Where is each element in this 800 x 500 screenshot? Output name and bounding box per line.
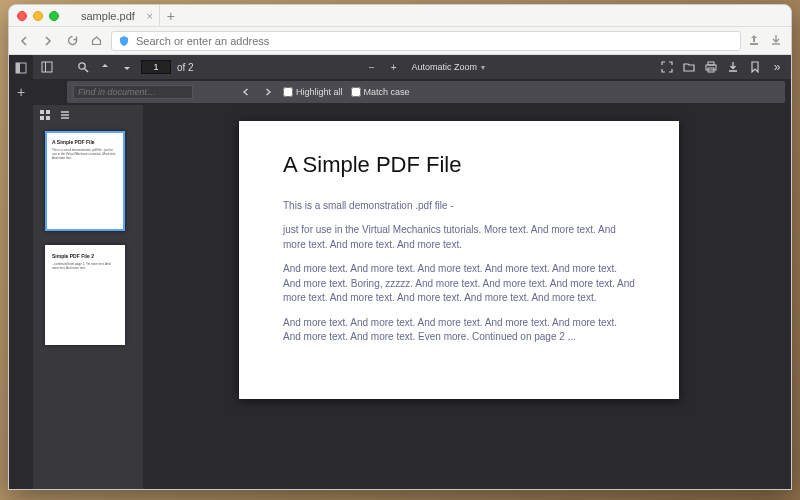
browser-window: sample.pdf × + xyxy=(8,4,792,490)
highlight-all-checkbox[interactable]: Highlight all xyxy=(283,87,343,97)
sidebar-tabs xyxy=(33,105,143,125)
thumbnails-tab-icon[interactable] xyxy=(39,109,51,121)
match-case-checkbox[interactable]: Match case xyxy=(351,87,410,97)
svg-point-4 xyxy=(79,63,85,69)
downloads-icon[interactable] xyxy=(769,33,785,49)
thumbnail-2-title: Simple PDF File 2 xyxy=(52,253,118,259)
open-file-button[interactable] xyxy=(681,59,697,75)
sidebar-toggle-icon[interactable] xyxy=(14,61,28,75)
match-case-label: Match case xyxy=(364,87,410,97)
thumbnail-1-title: A Simple PDF File xyxy=(52,139,118,145)
svg-rect-9 xyxy=(40,110,44,114)
paragraph-1: This is a small demonstration .pdf file … xyxy=(283,199,635,214)
reload-button[interactable] xyxy=(63,32,81,50)
pdf-viewer: of 2 − + Automatic Zoom ▾ xyxy=(33,55,791,489)
thumbnail-page-2[interactable]: Simple PDF File 2 ...continued from page… xyxy=(45,245,125,345)
scrollbar-track[interactable] xyxy=(775,105,791,489)
minimize-window-button[interactable] xyxy=(33,11,43,21)
address-input[interactable] xyxy=(136,35,734,47)
thumbnail-1-snippet: This is a small demonstration .pdf file … xyxy=(52,148,116,160)
zoom-select[interactable]: Automatic Zoom ▾ xyxy=(408,62,490,72)
content-area: + of 2 − + xyxy=(9,55,791,489)
address-bar[interactable] xyxy=(111,31,741,51)
page-number-input[interactable] xyxy=(141,60,171,74)
zoom-out-button[interactable]: − xyxy=(364,59,380,75)
browser-tab[interactable]: sample.pdf × xyxy=(73,5,160,27)
thumbnail-list: A Simple PDF File This is a small demons… xyxy=(33,125,143,489)
zoom-in-button[interactable]: + xyxy=(386,59,402,75)
svg-rect-10 xyxy=(46,110,50,114)
address-bar-row xyxy=(9,27,791,55)
svg-rect-1 xyxy=(16,63,20,73)
svg-rect-11 xyxy=(40,116,44,120)
page-total-label: of 2 xyxy=(177,62,194,73)
highlight-all-label: Highlight all xyxy=(296,87,343,97)
close-window-button[interactable] xyxy=(17,11,27,21)
window-controls xyxy=(17,11,59,21)
site-identity-icon xyxy=(118,35,130,47)
chevron-down-icon: ▾ xyxy=(481,63,485,72)
find-button[interactable] xyxy=(75,59,91,75)
find-input[interactable] xyxy=(73,85,193,99)
maximize-window-button[interactable] xyxy=(49,11,59,21)
page-area[interactable]: A Simple PDF File This is a small demons… xyxy=(143,105,775,489)
browser-sidebar-rail: + xyxy=(9,55,33,489)
svg-line-5 xyxy=(85,69,88,72)
find-next-button[interactable] xyxy=(261,85,275,99)
thumbnail-2-snippet: ...continued from page 1. Yet more text.… xyxy=(52,262,110,270)
titlebar: sample.pdf × + xyxy=(9,5,791,27)
paragraph-2: just for use in the Virtual Mechanics tu… xyxy=(283,223,635,252)
pdf-page-1: A Simple PDF File This is a small demons… xyxy=(239,121,679,399)
findbar: Highlight all Match case xyxy=(67,81,785,103)
paragraph-3: And more text. And more text. And more t… xyxy=(283,262,635,306)
svg-rect-12 xyxy=(46,116,50,120)
tools-button[interactable]: » xyxy=(769,59,785,75)
document-title: A Simple PDF File xyxy=(283,149,635,181)
svg-rect-2 xyxy=(42,62,52,72)
presentation-mode-button[interactable] xyxy=(659,59,675,75)
next-page-button[interactable] xyxy=(119,59,135,75)
match-case-input[interactable] xyxy=(351,87,361,97)
thumbnail-page-1[interactable]: A Simple PDF File This is a small demons… xyxy=(45,131,125,231)
back-button[interactable] xyxy=(15,32,33,50)
prev-page-button[interactable] xyxy=(97,59,113,75)
toggle-sidebar-button[interactable] xyxy=(39,59,55,75)
outline-tab-icon[interactable] xyxy=(59,109,71,121)
download-button[interactable] xyxy=(725,59,741,75)
bookmark-button[interactable] xyxy=(747,59,763,75)
paragraph-4: And more text. And more text. And more t… xyxy=(283,316,635,345)
share-icon[interactable] xyxy=(747,33,763,49)
tab-title: sample.pdf xyxy=(81,10,135,22)
print-button[interactable] xyxy=(703,59,719,75)
zoom-label: Automatic Zoom xyxy=(412,62,478,72)
viewer-body: A Simple PDF File This is a small demons… xyxy=(33,105,791,489)
find-prev-button[interactable] xyxy=(239,85,253,99)
thumbnails-panel: A Simple PDF File This is a small demons… xyxy=(33,105,143,489)
home-button[interactable] xyxy=(87,32,105,50)
highlight-all-input[interactable] xyxy=(283,87,293,97)
close-tab-button[interactable]: × xyxy=(146,10,152,22)
forward-button[interactable] xyxy=(39,32,57,50)
new-tab-button[interactable]: + xyxy=(160,8,182,24)
pdf-toolbar: of 2 − + Automatic Zoom ▾ xyxy=(33,55,791,79)
plus-icon[interactable]: + xyxy=(14,85,28,99)
